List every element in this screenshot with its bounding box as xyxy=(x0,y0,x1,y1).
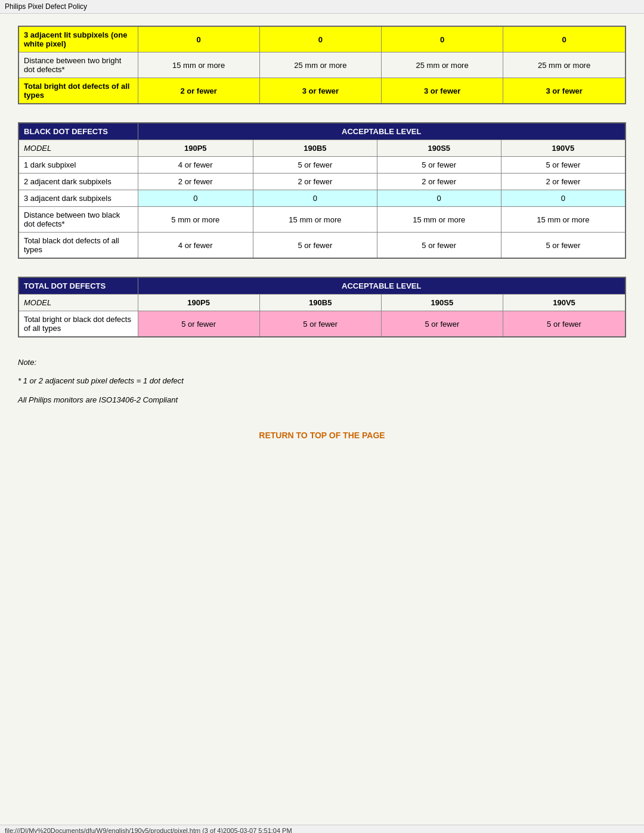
black-dot-model-row: MODEL 190P5 190B5 190S5 190V5 xyxy=(18,140,626,157)
total-dot-row-0: Total bright or black dot defects of all… xyxy=(18,311,626,337)
bright-partial-row-0: 3 adjacent lit subpixels (one white pixe… xyxy=(18,26,626,52)
total-dot-val-0-2: 5 or fewer xyxy=(381,311,503,337)
bright-partial-val-2-1: 3 or fewer xyxy=(259,78,381,104)
return-to-top-link[interactable]: RETURN TO TOP OF THE PAGE xyxy=(259,431,385,440)
total-dot-section-header: TOTAL DOT DEFECTS xyxy=(18,277,138,295)
bright-partial-val-1-3: 25 mm or more xyxy=(503,52,626,78)
bright-partial-val-2-0: 2 or fewer xyxy=(138,78,259,104)
black-dot-model-190b5: 190B5 xyxy=(253,140,377,157)
black-dot-row-3: Distance between two black dot defects*5… xyxy=(18,207,626,233)
bright-partial-val-0-2: 0 xyxy=(382,26,503,52)
total-dot-val-0-0: 5 or fewer xyxy=(138,311,259,337)
black-dot-model-label: MODEL xyxy=(18,140,138,157)
total-dot-acceptable-header: ACCEPTABLE LEVEL xyxy=(138,277,626,295)
bright-partial-row-2: Total bright dot defects of all types2 o… xyxy=(18,78,626,104)
black-dot-val-2-0: 0 xyxy=(138,190,253,207)
black-dot-label-1: 2 adjacent dark subpixels xyxy=(18,174,138,190)
black-dot-val-2-3: 0 xyxy=(501,190,626,207)
total-dot-model-190p5: 190P5 xyxy=(138,295,259,311)
black-dot-model-190p5: 190P5 xyxy=(138,140,253,157)
title-bar: Philips Pixel Defect Policy xyxy=(0,0,644,14)
black-dot-val-0-3: 5 or fewer xyxy=(501,157,626,174)
status-text: file:///D|/My%20Documents/dfu/W9/english… xyxy=(5,827,292,833)
black-dot-model-190v5: 190V5 xyxy=(501,140,626,157)
black-dot-val-4-3: 5 or fewer xyxy=(501,233,626,259)
black-dot-label-4: Total black dot defects of all types xyxy=(18,233,138,259)
note2: All Philips monitors are ISO13406-2 Comp… xyxy=(18,393,626,407)
total-dot-model-190s5: 190S5 xyxy=(381,295,503,311)
bright-partial-val-0-3: 0 xyxy=(503,26,626,52)
black-dot-section: BLACK DOT DEFECTS ACCEPTABLE LEVEL MODEL… xyxy=(18,122,626,259)
black-dot-val-3-3: 15 mm or more xyxy=(501,207,626,233)
total-dot-header-row: TOTAL DOT DEFECTS ACCEPTABLE LEVEL xyxy=(18,277,626,295)
black-dot-val-1-1: 2 or fewer xyxy=(253,174,377,190)
notes-section: Note: * 1 or 2 adjacent sub pixel defect… xyxy=(18,355,626,407)
total-dot-model-190v5: 190V5 xyxy=(503,295,626,311)
main-content: 3 adjacent lit subpixels (one white pixe… xyxy=(0,14,644,825)
black-dot-row-1: 2 adjacent dark subpixels2 or fewer2 or … xyxy=(18,174,626,190)
total-dot-model-190b5: 190B5 xyxy=(259,295,381,311)
black-dot-val-1-2: 2 or fewer xyxy=(377,174,501,190)
bright-partial-label-0: 3 adjacent lit subpixels (one white pixe… xyxy=(18,26,138,52)
bright-partial-label-1: Distance between two bright dot defects* xyxy=(18,52,138,78)
note-label: Note: xyxy=(18,355,626,369)
black-dot-val-0-0: 4 or fewer xyxy=(138,157,253,174)
total-dot-model-label: MODEL xyxy=(18,295,138,311)
black-dot-row-2: 3 adjacent dark subpixels0000 xyxy=(18,190,626,207)
bright-dot-partial-section: 3 adjacent lit subpixels (one white pixe… xyxy=(18,26,626,104)
bright-partial-val-1-0: 15 mm or more xyxy=(138,52,259,78)
note1: * 1 or 2 adjacent sub pixel defects = 1 … xyxy=(18,374,626,388)
black-dot-val-4-2: 5 or fewer xyxy=(377,233,501,259)
black-dot-val-3-2: 15 mm or more xyxy=(377,207,501,233)
black-dot-val-2-1: 0 xyxy=(253,190,377,207)
black-dot-label-3: Distance between two black dot defects* xyxy=(18,207,138,233)
black-dot-model-190s5: 190S5 xyxy=(377,140,501,157)
black-dot-section-header: BLACK DOT DEFECTS xyxy=(18,123,138,140)
black-dot-val-1-3: 2 or fewer xyxy=(501,174,626,190)
black-dot-val-1-0: 2 or fewer xyxy=(138,174,253,190)
total-dot-label-0: Total bright or black dot defects of all… xyxy=(18,311,138,337)
bright-partial-val-2-2: 3 or fewer xyxy=(382,78,503,104)
bright-partial-row-1: Distance between two bright dot defects*… xyxy=(18,52,626,78)
black-dot-val-3-0: 5 mm or more xyxy=(138,207,253,233)
black-dot-table: BLACK DOT DEFECTS ACCEPTABLE LEVEL MODEL… xyxy=(18,122,626,259)
black-dot-row-0: 1 dark subpixel4 or fewer5 or fewer5 or … xyxy=(18,157,626,174)
total-dot-val-0-1: 5 or fewer xyxy=(259,311,381,337)
black-dot-val-4-1: 5 or fewer xyxy=(253,233,377,259)
bright-partial-val-2-3: 3 or fewer xyxy=(503,78,626,104)
black-dot-acceptable-header: ACCEPTABLE LEVEL xyxy=(138,123,626,140)
bright-partial-val-1-2: 25 mm or more xyxy=(382,52,503,78)
status-bar: file:///D|/My%20Documents/dfu/W9/english… xyxy=(0,825,644,833)
total-dot-model-row: MODEL 190P5 190B5 190S5 190V5 xyxy=(18,295,626,311)
black-dot-val-0-1: 5 or fewer xyxy=(253,157,377,174)
black-dot-val-2-2: 0 xyxy=(377,190,501,207)
black-dot-val-0-2: 5 or fewer xyxy=(377,157,501,174)
black-dot-row-4: Total black dot defects of all types4 or… xyxy=(18,233,626,259)
bright-partial-val-0-1: 0 xyxy=(259,26,381,52)
bright-partial-label-2: Total bright dot defects of all types xyxy=(18,78,138,104)
bright-partial-val-0-0: 0 xyxy=(138,26,259,52)
black-dot-val-4-0: 4 or fewer xyxy=(138,233,253,259)
black-dot-header-row: BLACK DOT DEFECTS ACCEPTABLE LEVEL xyxy=(18,123,626,140)
total-dot-section: TOTAL DOT DEFECTS ACCEPTABLE LEVEL MODEL… xyxy=(18,277,626,337)
total-dot-table: TOTAL DOT DEFECTS ACCEPTABLE LEVEL MODEL… xyxy=(18,277,626,337)
bright-partial-val-1-1: 25 mm or more xyxy=(259,52,381,78)
black-dot-label-0: 1 dark subpixel xyxy=(18,157,138,174)
black-dot-label-2: 3 adjacent dark subpixels xyxy=(18,190,138,207)
total-dot-val-0-3: 5 or fewer xyxy=(503,311,626,337)
page-title: Philips Pixel Defect Policy xyxy=(5,2,87,11)
bright-dot-partial-table: 3 adjacent lit subpixels (one white pixe… xyxy=(18,26,626,104)
return-link-section: RETURN TO TOP OF THE PAGE xyxy=(18,431,626,440)
black-dot-val-3-1: 15 mm or more xyxy=(253,207,377,233)
